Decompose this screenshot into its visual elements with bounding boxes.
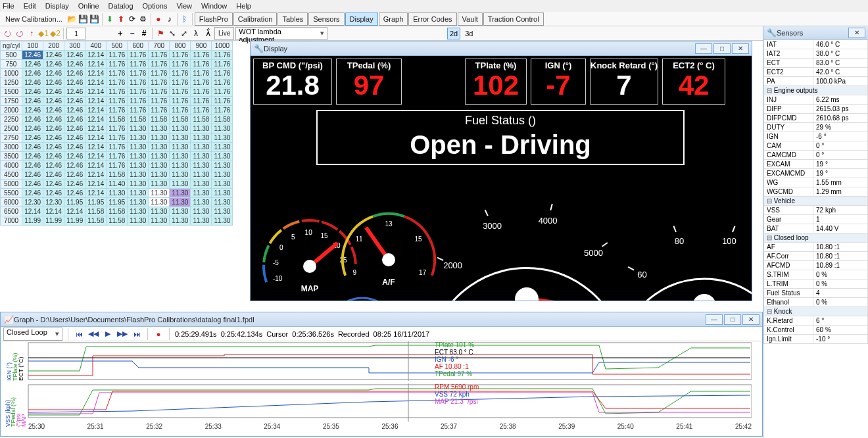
row-header[interactable]: 1500 [1,87,22,97]
skip-start-button[interactable]: ⏮ [74,329,84,339]
forward-button[interactable]: ▶▶ [117,329,128,339]
table-cell[interactable]: 11.30 [128,170,149,180]
table-cell[interactable]: 12.46 [22,115,43,124]
row-header[interactable]: 2250 [1,115,22,124]
table-cell[interactable]: 11.30 [128,161,149,170]
table-cell[interactable]: 11.30 [170,161,191,170]
sensor-group[interactable]: Engine outputs [764,86,868,95]
table-cell[interactable]: 11.76 [107,152,128,161]
table-cell[interactable]: 11.58 [107,170,128,180]
view-2d-button[interactable]: 2d [447,28,460,39]
table-cell[interactable]: 11.58 [85,216,107,226]
table-cell[interactable]: 11.76 [170,69,191,78]
menu-display[interactable]: Display [45,2,69,10]
table-cell[interactable]: 11.30 [149,124,170,134]
table-cell[interactable]: 12.14 [85,87,107,97]
table-cell[interactable]: 12.46 [64,161,85,170]
table-cell[interactable]: 12.46 [64,106,85,115]
table-cell[interactable]: 11.76 [107,97,128,106]
menu-options[interactable]: Options [143,2,168,10]
cursor-icon[interactable]: ⤡ [167,28,178,39]
table-cell[interactable]: 12.14 [22,207,43,216]
table-cell[interactable]: 11.30 [212,152,233,161]
table-cell[interactable]: 12.46 [22,143,43,152]
table-cell[interactable]: 12.46 [43,170,64,180]
table-cell[interactable]: 12.14 [85,134,107,143]
table-cell[interactable]: 12.46 [22,106,43,115]
table-cell[interactable]: 11.99 [43,216,64,226]
up-arrow-icon[interactable]: ↑ [26,28,37,39]
table-cell[interactable]: 12.46 [64,115,85,124]
menu-window[interactable]: Window [201,2,227,10]
row-header[interactable]: 2000 [1,106,22,115]
menu-datalog[interactable]: Datalog [108,2,133,10]
table-cell[interactable]: 11.30 [170,134,191,143]
table-cell[interactable]: 11.76 [170,51,191,60]
lambda2-icon[interactable]: λ̂ [203,28,213,39]
menu-file[interactable]: File [3,2,14,10]
tab-graph[interactable]: Graph [379,12,408,26]
table-cell[interactable]: 11.76 [128,87,149,97]
hash-icon[interactable]: # [139,28,149,39]
table-cell[interactable]: 11.76 [128,97,149,106]
table-cell[interactable]: 11.99 [64,216,85,226]
skip-end-button[interactable]: ⏭ [132,329,142,339]
table-cell[interactable]: 11.30 [107,189,128,198]
table-cell[interactable]: 11.76 [191,69,212,78]
table-cell[interactable]: 12.46 [43,152,64,161]
table-cell[interactable]: 11.76 [212,69,233,78]
row-header[interactable]: 6000 [1,198,22,207]
row-header[interactable]: 5000 [1,180,22,189]
table-cell[interactable]: 11.30 [170,189,191,198]
table-cell[interactable]: 12.14 [85,152,107,161]
axis-icon[interactable]: ⭮ [3,28,13,39]
table-cell[interactable]: 11.76 [191,51,212,60]
col-header[interactable]: 300 [64,41,85,51]
table-cell[interactable]: 12.46 [64,60,85,69]
table-cell[interactable]: 11.30 [191,189,212,198]
table-cell[interactable]: 11.58 [191,115,212,124]
close-button[interactable]: ✕ [732,43,749,54]
minus-icon[interactable]: − [127,28,137,39]
table-cell[interactable]: 11.30 [170,216,191,226]
row-header[interactable]: 3000 [1,143,22,152]
tab-display[interactable]: Display [345,12,378,26]
table-cell[interactable]: 11.30 [128,198,149,207]
table-cell[interactable]: 11.76 [212,97,233,106]
table-cell[interactable]: 11.30 [170,152,191,161]
table-cell[interactable]: 12.46 [22,51,43,60]
table-cell[interactable]: 12.30 [43,198,64,207]
table-cell[interactable]: 11.30 [191,124,212,134]
table-cell[interactable]: 11.76 [170,97,191,106]
table-cell[interactable]: 12.14 [85,60,107,69]
refresh-icon[interactable]: ⟳ [127,14,137,24]
table-cell[interactable]: 11.30 [170,198,191,207]
table-cell[interactable]: 11.30 [212,161,233,170]
table-cell[interactable]: 11.58 [107,216,128,226]
table-cell[interactable]: 11.76 [149,106,170,115]
table-cell[interactable]: 11.76 [191,78,212,87]
table-cell[interactable]: 11.30 [191,216,212,226]
table-cell[interactable]: 11.30 [170,170,191,180]
table-cell[interactable]: 11.76 [191,60,212,69]
graph-close-button[interactable]: ✕ [742,314,760,325]
play-button[interactable]: ▶ [103,329,113,339]
table-cell[interactable]: 11.76 [149,97,170,106]
bluetooth-icon[interactable]: ᛒ [180,14,190,24]
table-cell[interactable]: 11.76 [107,60,128,69]
marker1-icon[interactable]: ◆1 [38,28,49,39]
table-cell[interactable]: 12.46 [64,124,85,134]
table-cell[interactable]: 12.46 [22,87,43,97]
table-cell[interactable]: 12.46 [64,51,85,60]
row-header[interactable]: 1000 [1,69,22,78]
table-cell[interactable]: 11.58 [107,115,128,124]
col-header[interactable]: 500 [107,41,128,51]
table-cell[interactable]: 12.46 [43,78,64,87]
arrow-down-green-icon[interactable]: ⬇ [105,14,115,24]
table-cell[interactable]: 11.76 [128,69,149,78]
col-header[interactable]: 200 [43,41,64,51]
table-cell[interactable]: 11.76 [212,60,233,69]
music-icon[interactable]: ♪ [164,14,175,24]
col-header[interactable]: 400 [85,41,107,51]
table-cell[interactable]: 11.76 [128,51,149,60]
